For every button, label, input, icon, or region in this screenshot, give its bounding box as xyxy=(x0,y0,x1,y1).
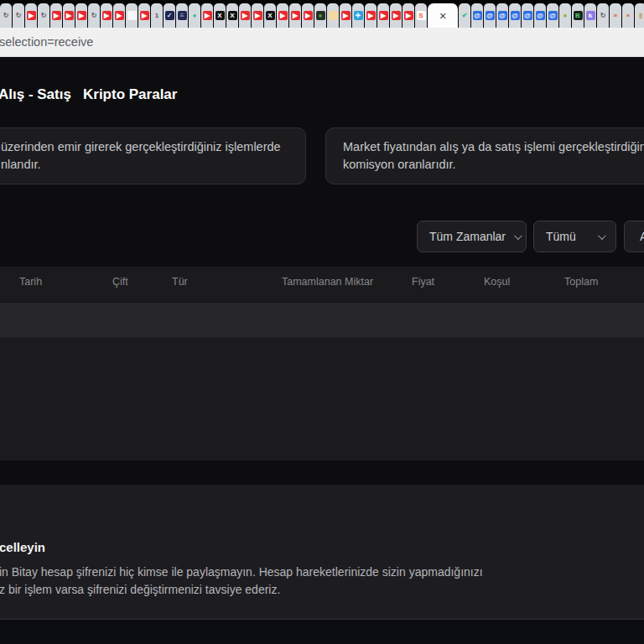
browser-tab[interactable]: ▶ xyxy=(63,3,75,28)
browser-tab[interactable]: ▶ xyxy=(50,3,62,28)
browser-tab[interactable] xyxy=(327,3,339,28)
youtube-icon: ▶ xyxy=(379,11,388,20)
browser-tab[interactable]: ● xyxy=(189,3,200,28)
chevron-down-icon xyxy=(514,231,522,240)
browser-tab[interactable]: @ xyxy=(471,3,483,28)
refresh-icon: ↻ xyxy=(14,11,23,20)
browser-tab[interactable]: » xyxy=(610,3,621,28)
youtube-icon: ▶ xyxy=(102,11,112,20)
browser-tab[interactable]: @ xyxy=(547,3,558,28)
chevron-down-icon xyxy=(598,231,606,240)
browser-tab[interactable]: ▶ xyxy=(239,3,251,28)
browser-tab[interactable]: ▶ xyxy=(289,3,301,28)
teal-badge-icon: ● xyxy=(190,11,200,20)
blank-page-icon xyxy=(127,11,137,20)
refresh-icon: ↻ xyxy=(2,11,11,20)
browser-tab[interactable]: ▶ xyxy=(390,3,402,28)
address-bar[interactable]: selection=receive xyxy=(0,28,644,57)
browser-tab[interactable]: B xyxy=(572,3,584,28)
mail-at-icon: @ xyxy=(473,11,482,20)
security-notice-text: in Bitay hesap şifrenizi hiç kimse ile p… xyxy=(0,565,483,579)
type-dropdown-label: Tümü xyxy=(546,230,576,243)
navy-list-icon: ≡ xyxy=(178,11,187,20)
browser-tab[interactable]: X xyxy=(226,3,238,28)
browser-tab[interactable]: X xyxy=(264,3,276,28)
browser-tab[interactable]: @ xyxy=(509,3,521,28)
browser-tab[interactable]: ▶ xyxy=(201,3,213,28)
orders-table: Tarih Çift Tür Tamamlanan Miktar Fiyat K… xyxy=(0,267,644,460)
browser-tab[interactable]: ▶ xyxy=(302,3,314,28)
browser-tab[interactable]: ▮ xyxy=(635,3,644,28)
mail-at-icon: @ xyxy=(523,11,532,20)
browser-tab[interactable]: » xyxy=(622,3,634,28)
column-header-condition: Koşul xyxy=(484,276,510,288)
browser-tab[interactable]: ▶ xyxy=(101,3,112,28)
mail-at-icon: @ xyxy=(511,11,520,20)
browser-tab[interactable]: @ xyxy=(534,3,546,28)
browser-tab[interactable]: ✈ xyxy=(352,3,364,28)
browser-tab[interactable]: ▶ xyxy=(113,3,125,28)
youtube-icon: ▶ xyxy=(392,11,401,20)
browser-tab[interactable]: ↻ xyxy=(88,3,100,28)
youtube-icon: ▶ xyxy=(27,11,36,20)
browser-tab-active[interactable]: × xyxy=(428,3,458,28)
orange-arrows-icon: » xyxy=(611,11,621,20)
browser-tab[interactable]: @ xyxy=(484,3,496,28)
telegram-icon: ✈ xyxy=(354,11,363,20)
green-b-icon: B xyxy=(574,11,583,20)
youtube-icon: ▶ xyxy=(77,11,86,20)
frog-avatar-icon: ● xyxy=(316,11,325,20)
youtube-icon: ▶ xyxy=(341,11,351,20)
mail-at-icon: @ xyxy=(536,11,545,20)
youtube-icon: ▶ xyxy=(278,11,288,20)
browser-tab[interactable]: k xyxy=(584,3,596,28)
table-row xyxy=(0,302,644,338)
browser-tab[interactable]: ↻ xyxy=(597,3,609,28)
orange-arrows-icon: » xyxy=(624,11,633,20)
browser-tab[interactable]: ✔ xyxy=(459,3,470,28)
youtube-icon: ▶ xyxy=(253,11,262,20)
time-range-dropdown[interactable]: Tüm Zamanlar xyxy=(417,221,527,252)
browser-tab[interactable]: @ xyxy=(496,3,508,28)
column-header-pair: Çift xyxy=(112,276,128,288)
browser-tab[interactable]: ↻ xyxy=(13,3,24,28)
type-dropdown[interactable]: Tümü xyxy=(533,221,616,252)
browser-tab[interactable]: ▶ xyxy=(340,3,351,28)
browser-tab[interactable]: @ xyxy=(522,3,533,28)
browser-tab[interactable]: ▶ xyxy=(252,3,263,28)
green-bot-icon: ● xyxy=(561,11,570,20)
browser-tab[interactable]: ↻ xyxy=(38,3,49,28)
browser-tab[interactable] xyxy=(126,3,138,28)
browser-tab[interactable]: 1 xyxy=(151,3,163,28)
youtube-icon: ▶ xyxy=(52,11,61,20)
info-card-text-line: nlandır. xyxy=(1,156,288,174)
tab-buy-sell[interactable]: Alış - Satış xyxy=(0,86,71,103)
browser-tab[interactable]: ✓ xyxy=(164,3,175,28)
browser-tab[interactable]: ● xyxy=(559,3,571,28)
browser-tab[interactable]: ▶ xyxy=(25,3,37,28)
browser-tab[interactable]: ↻ xyxy=(0,3,12,28)
youtube-icon: ▶ xyxy=(304,11,313,20)
browser-tab[interactable]: ▶ xyxy=(277,3,288,28)
browser-tab[interactable]: ▶ xyxy=(75,3,87,28)
tab-crypto-currencies[interactable]: Kripto Paralar xyxy=(83,86,177,103)
purple-k-icon: k xyxy=(586,11,595,20)
info-card-text-line: komisyon oranlarıdır. xyxy=(343,156,644,174)
column-header-price: Fiyat xyxy=(412,276,434,288)
column-header-completed-amount: Tamamlanan Miktar xyxy=(282,276,373,288)
browser-tab[interactable]: ▶ xyxy=(365,3,377,28)
browser-tab[interactable]: ≡ xyxy=(176,3,188,28)
browser-tab[interactable]: ▶ xyxy=(138,3,150,28)
open-orders-dropdown-partial[interactable]: Aç xyxy=(624,221,644,252)
close-icon[interactable]: × xyxy=(439,9,446,23)
browser-tab[interactable]: S xyxy=(415,3,427,28)
youtube-icon: ▶ xyxy=(404,11,413,20)
time-range-dropdown-label: Tüm Zamanlar xyxy=(429,230,506,243)
browser-tab[interactable]: ▶ xyxy=(377,3,389,28)
browser-tab[interactable]: ▶ xyxy=(402,3,414,28)
browser-tab[interactable]: ● xyxy=(314,3,326,28)
refresh-icon: ↻ xyxy=(90,11,99,20)
numeral-one-icon: 1 xyxy=(153,11,162,20)
refresh-icon: ↻ xyxy=(599,11,608,20)
browser-tab[interactable]: X xyxy=(214,3,226,28)
